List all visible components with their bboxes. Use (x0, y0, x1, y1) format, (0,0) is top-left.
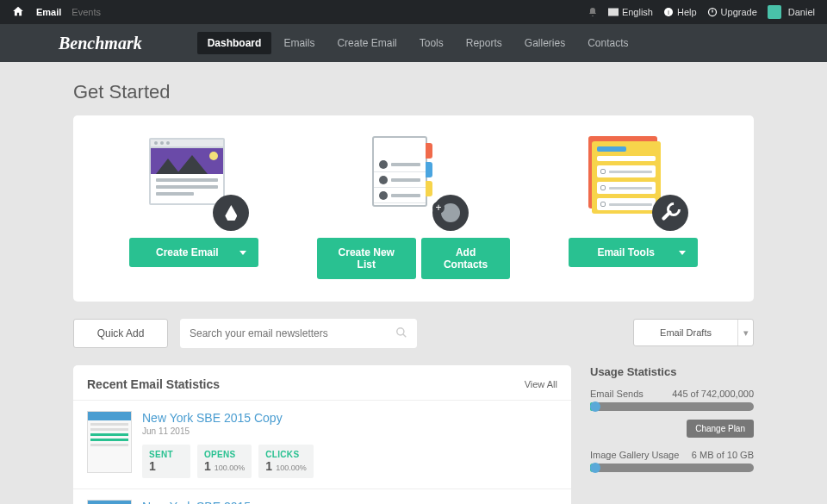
avatar (768, 5, 781, 19)
usage-stats-title: Usage Statistics (590, 365, 754, 378)
breadcrumb-events[interactable]: Events (72, 7, 101, 17)
view-all-link[interactable]: View All (525, 379, 557, 389)
username: Daniel (788, 7, 815, 17)
sends-progress (590, 402, 754, 411)
topbar: Email Events English i Help Upgrade Dani… (0, 0, 827, 24)
create-list-button[interactable]: Create New List (317, 238, 416, 279)
table-row: New York SBE 2015 Jun 10 2015 SENT 8,271… (73, 488, 571, 504)
drafts-label: Email Drafts (634, 327, 737, 338)
svg-point-4 (397, 327, 404, 334)
table-row: New York SBE 2015 Copy Jun 11 2015 SENT … (73, 400, 571, 488)
email-title-link[interactable]: New York SBE 2015 (142, 500, 557, 504)
sends-label: Email Sends (590, 389, 644, 399)
nav-tools[interactable]: Tools (409, 32, 454, 54)
user-menu[interactable]: Daniel (768, 5, 815, 19)
language-label: English (622, 7, 653, 17)
gallery-value: 6 MB of 10 GB (692, 450, 754, 460)
metric-sent: SENT 1 (142, 445, 190, 478)
email-title-link[interactable]: New York SBE 2015 Copy (142, 411, 557, 425)
recent-stats-card: Recent Email Statistics View All New Yor… (73, 365, 571, 504)
get-started-card: Create Email Crea (73, 115, 754, 302)
metric-clicks: CLICKS 1100.00% (258, 445, 313, 478)
pen-icon (213, 195, 249, 231)
nav-dashboard[interactable]: Dashboard (197, 32, 272, 54)
create-email-button[interactable]: Create Email (129, 238, 258, 267)
navbar: Benchmark Dashboard Emails Create Email … (0, 24, 827, 62)
gallery-progress (590, 464, 754, 472)
upgrade-link[interactable]: Upgrade (707, 7, 757, 17)
gallery-label: Image Gallery Usage (590, 450, 679, 460)
metric-opens: OPENS 1100.00% (197, 445, 252, 478)
contacts-illustration (362, 133, 465, 227)
recent-stats-title: Recent Email Statistics (87, 377, 220, 391)
change-plan-button[interactable]: Change Plan (687, 420, 754, 438)
progress-knob (590, 463, 600, 473)
chevron-down-icon: ▾ (737, 320, 753, 345)
email-drafts-button[interactable]: Email Drafts ▾ (633, 319, 754, 346)
bell-icon[interactable] (588, 7, 598, 17)
create-email-label: Create Email (141, 246, 233, 258)
help-label: Help (677, 7, 697, 17)
search-input[interactable] (190, 327, 395, 339)
page-title: Get Started (73, 81, 754, 103)
wrench-icon (652, 195, 688, 231)
breadcrumb-email[interactable]: Email (36, 7, 61, 17)
email-thumbnail[interactable] (87, 500, 132, 504)
search-icon (395, 327, 407, 341)
quick-add-button[interactable]: Quick Add (73, 319, 168, 348)
create-email-illustration (142, 133, 246, 227)
nav-galleries[interactable]: Galleries (514, 32, 575, 54)
tools-illustration (581, 133, 685, 227)
svg-rect-0 (608, 9, 619, 16)
add-contacts-button[interactable]: Add Contacts (421, 238, 511, 279)
language-switch[interactable]: English (608, 7, 653, 17)
nav-emails[interactable]: Emails (273, 32, 325, 54)
email-tools-button[interactable]: Email Tools (569, 238, 698, 267)
search-box[interactable] (180, 319, 417, 348)
email-tools-label: Email Tools (581, 246, 672, 258)
home-icon[interactable] (12, 5, 24, 20)
upgrade-label: Upgrade (721, 7, 757, 17)
help-link[interactable]: i Help (663, 7, 697, 17)
progress-knob (590, 401, 600, 412)
email-thumbnail[interactable] (87, 411, 132, 473)
brand-logo[interactable]: Benchmark (59, 34, 142, 53)
chevron-down-icon (239, 251, 246, 255)
email-date: Jun 11 2015 (142, 426, 557, 436)
sends-value: 445 of 742,000,000 (672, 389, 754, 399)
nav-contacts[interactable]: Contacts (577, 32, 638, 54)
nav-reports[interactable]: Reports (456, 32, 513, 54)
add-user-icon (432, 195, 469, 231)
nav-create-email[interactable]: Create Email (326, 32, 407, 54)
chevron-down-icon (679, 251, 686, 255)
